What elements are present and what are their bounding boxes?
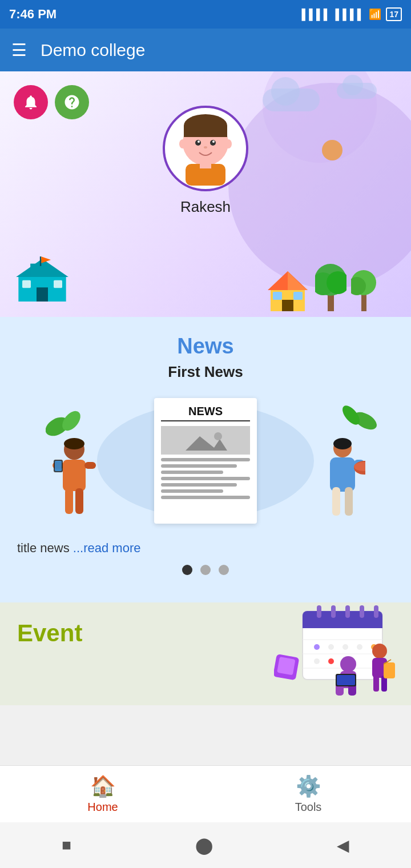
svg-point-8 <box>179 139 186 148</box>
news-first-title: First News <box>17 363 394 381</box>
event-illustration <box>274 602 400 705</box>
news-figure-right <box>320 438 365 529</box>
android-navigation: ■ ⬤ ◀ <box>0 822 411 868</box>
svg-rect-39 <box>84 462 96 469</box>
svg-point-34 <box>64 438 84 449</box>
svg-point-46 <box>333 438 352 449</box>
hero-icons <box>14 85 89 119</box>
cloud1 <box>263 89 320 111</box>
help-button[interactable] <box>55 85 89 119</box>
svg-rect-88 <box>384 662 395 678</box>
news-paper: NEWS <box>154 398 257 524</box>
svg-rect-47 <box>330 457 355 492</box>
dot-2[interactable] <box>200 565 211 575</box>
help-icon <box>63 94 80 111</box>
svg-rect-62 <box>345 605 350 618</box>
bottom-navigation: 🏠 Home ⚙️ Tools <box>0 765 411 822</box>
news-line-6 <box>161 489 223 493</box>
landscape-icons <box>265 260 377 311</box>
svg-point-71 <box>357 644 362 650</box>
svg-rect-64 <box>374 605 378 618</box>
svg-point-70 <box>342 644 348 650</box>
svg-rect-61 <box>331 605 336 618</box>
svg-rect-25 <box>293 292 303 300</box>
svg-rect-36 <box>65 488 73 514</box>
svg-rect-14 <box>37 287 48 302</box>
hero-section: Rakesh <box>0 71 411 317</box>
news-illustration: NEWS <box>17 392 394 529</box>
menu-button[interactable]: ☰ <box>11 40 27 60</box>
nav-home[interactable]: 🏠 Home <box>63 774 143 814</box>
svg-rect-15 <box>22 280 31 288</box>
notification-button[interactable] <box>14 85 48 119</box>
tools-icon: ⚙️ <box>296 774 321 798</box>
wifi-icon: 📶 <box>369 8 381 21</box>
android-square-button[interactable]: ■ <box>62 836 71 854</box>
news-description: title news ...read more <box>17 541 394 556</box>
svg-rect-63 <box>360 605 364 618</box>
svg-rect-60 <box>317 605 321 618</box>
app-title: Demo college <box>41 41 145 60</box>
svg-rect-37 <box>75 488 83 514</box>
news-section-title: News <box>17 334 394 359</box>
svg-rect-16 <box>54 280 62 288</box>
school-icon <box>14 254 71 306</box>
battery-icon: 17 <box>386 7 402 21</box>
news-figure-left <box>51 438 97 529</box>
svg-point-6 <box>212 140 215 143</box>
signal2-icon: ▌▌▌▌ <box>335 9 364 21</box>
news-paper-header: NEWS <box>161 405 250 421</box>
moon-decoration <box>322 140 342 160</box>
status-bar: 7:46 PM ▌▌▌▌ ▌▌▌▌ 📶 17 <box>0 0 411 29</box>
bell-icon <box>22 94 39 111</box>
svg-point-69 <box>328 644 334 650</box>
news-title-text: title news <box>17 541 70 555</box>
svg-point-9 <box>225 139 232 148</box>
svg-rect-24 <box>273 292 282 300</box>
svg-rect-86 <box>373 676 379 692</box>
status-icons: ▌▌▌▌ ▌▌▌▌ 📶 17 <box>301 7 402 21</box>
dot-1[interactable] <box>182 565 192 575</box>
news-line-2 <box>161 464 237 468</box>
home-icon: 🏠 <box>90 774 116 798</box>
nav-tools-label: Tools <box>295 801 322 814</box>
android-back-button[interactable]: ◀ <box>337 836 349 855</box>
event-section: Event <box>0 602 411 705</box>
app-bar: ☰ Demo college <box>0 29 411 71</box>
svg-rect-11 <box>200 162 211 168</box>
svg-rect-49 <box>345 487 353 516</box>
house-icon <box>265 266 311 311</box>
svg-rect-77 <box>277 657 295 675</box>
news-line-7 <box>161 496 250 499</box>
signal-icon: ▌▌▌▌ <box>301 9 331 21</box>
news-line-3 <box>161 471 223 474</box>
leaf-left <box>46 404 86 438</box>
carousel-dots <box>17 565 394 575</box>
user-name: Rakesh <box>180 198 231 216</box>
avatar-container: Rakesh <box>163 106 248 216</box>
news-line-5 <box>161 483 237 487</box>
cloud2 <box>337 83 377 99</box>
tree2-icon <box>351 266 377 311</box>
svg-rect-59 <box>303 622 382 628</box>
svg-point-73 <box>314 658 320 664</box>
svg-point-5 <box>198 140 200 143</box>
read-more-link[interactable]: ...read more <box>73 541 141 555</box>
android-home-button[interactable]: ⬤ <box>195 836 213 855</box>
tree1-icon <box>315 260 346 311</box>
svg-rect-2 <box>184 126 227 137</box>
avatar-ring <box>163 106 248 191</box>
svg-rect-17 <box>30 264 36 276</box>
nav-home-label: Home <box>87 801 118 814</box>
svg-point-68 <box>314 644 320 650</box>
nav-tools[interactable]: ⚙️ Tools <box>268 774 348 814</box>
svg-rect-18 <box>40 256 41 266</box>
news-section: News First News <box>0 317 411 602</box>
status-time: 7:46 PM <box>9 7 57 22</box>
avatar <box>168 111 243 186</box>
svg-rect-83 <box>337 675 355 685</box>
svg-rect-41 <box>55 461 62 471</box>
svg-point-7 <box>204 146 207 148</box>
dot-3[interactable] <box>219 565 229 575</box>
leaf-right <box>331 401 377 435</box>
